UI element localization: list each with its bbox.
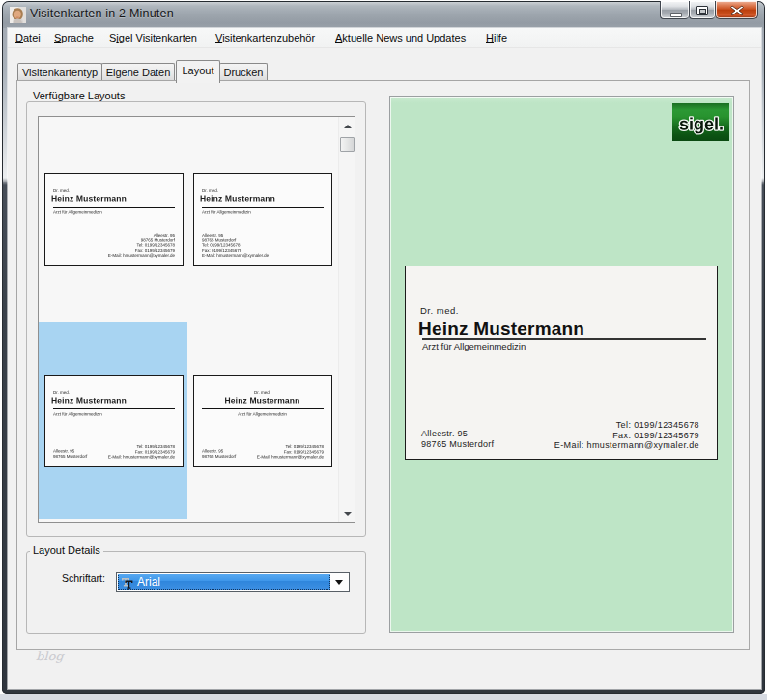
- scrollbar-thumb[interactable]: [340, 137, 355, 152]
- card-address: Alleestr. 95 98765 Musterdorf: [421, 429, 494, 449]
- thumb-name: Heinz Mustermann: [51, 194, 127, 204]
- card-fax: Fax: 0199/12345679: [554, 431, 699, 441]
- desktop-strip: [0, 694, 767, 700]
- dropdown-arrow-icon: [335, 580, 343, 585]
- thumb-contact: Alleestr. 9598765 MusterdorfTel: 0199/12…: [108, 233, 175, 258]
- thumb-title: Dr. med.: [53, 390, 70, 395]
- card-street: Alleestr. 95: [421, 429, 494, 439]
- window-controls: [660, 1, 758, 20]
- layout-option-3[interactable]: Dr. med.Heinz MustermannArzt für Allgeme…: [39, 322, 187, 519]
- close-button[interactable]: [715, 1, 758, 19]
- card-rule: [422, 338, 706, 340]
- tab-drucken[interactable]: Drucken: [219, 63, 268, 80]
- layout-option-2[interactable]: Dr. med.Heinz MustermannArzt für Allgeme…: [187, 126, 336, 322]
- card-email: E-Mail: hmustermann@xymaler.de: [554, 440, 699, 451]
- font-dropdown-button[interactable]: [330, 573, 349, 591]
- thumb-profession: Arzt für Allgemeinmedizin: [53, 210, 102, 215]
- thumb-title: Dr. med.: [202, 188, 218, 193]
- thumb-profession: Arzt für Allgemeinmedizin: [202, 210, 251, 215]
- app-window: Visitenkarten in 2 Minuten DateiSpracheS…: [2, 1, 765, 694]
- scroll-down-icon: [344, 512, 352, 516]
- thumb-contact: Tel: 0199/12345678Fax: 0199/12345679E-Ma…: [108, 444, 175, 460]
- listbox-scrollbar[interactable]: [338, 117, 355, 522]
- thumb-contact: Tel: 0199/12345678Fax: 0199/12345679E-Ma…: [257, 444, 324, 460]
- client-area: DateiSpracheSigel VisitenkartenVisitenka…: [8, 28, 761, 689]
- thumb-rule: [202, 408, 324, 409]
- thumb-name: Heinz Mustermann: [194, 396, 330, 406]
- card-name: Heinz Mustermann: [418, 319, 584, 340]
- scroll-up-icon: [344, 125, 352, 128]
- thumbnail-card-content: Dr. med.Heinz MustermannArzt für Allgeme…: [194, 376, 330, 464]
- sigel-logo-text: [672, 103, 729, 141]
- tab-visitenkartentyp[interactable]: Visitenkartentyp: [17, 63, 102, 80]
- menu-item-hilfe[interactable]: Hilfe: [486, 28, 507, 48]
- menu-bar: DateiSpracheSigel VisitenkartenVisitenka…: [8, 28, 761, 48]
- thumb-address: Alleestr. 9598765 Musterdorf: [53, 449, 87, 460]
- scroll-up-button[interactable]: [339, 117, 355, 133]
- sigel-logo: [672, 103, 729, 141]
- thumb-address: Alleestr. 9598765 Musterdorf: [202, 449, 236, 460]
- minimize-button[interactable]: [660, 1, 689, 19]
- thumb-rule: [53, 207, 175, 208]
- tab-layout[interactable]: Layout: [176, 60, 220, 83]
- card-title: Dr. med.: [420, 305, 459, 316]
- watermark-text: blog: [36, 649, 64, 663]
- layout-option-4[interactable]: Dr. med.Heinz MustermannArzt für Allgeme…: [187, 322, 336, 519]
- thumbnail-card-content: Dr. med.Heinz MustermannArzt für Allgeme…: [45, 174, 182, 263]
- menu-item-sigel[interactable]: Sigel Visitenkarten: [109, 28, 197, 48]
- maximize-icon: [696, 6, 708, 15]
- thumb-rule: [202, 207, 324, 208]
- app-icon: [10, 7, 26, 23]
- card-tel: Tel: 0199/12345678: [554, 420, 699, 431]
- tab-eigene daten[interactable]: Eigene Daten: [101, 63, 175, 80]
- thumb-rule: [53, 408, 175, 409]
- thumb-title: Dr. med.: [53, 188, 70, 193]
- minimize-icon: [670, 13, 682, 17]
- thumb-title: Dr. med.: [194, 390, 330, 395]
- thumb-contact: Alleestr. 9598765 MusterdorfTel: 0199/12…: [202, 233, 269, 258]
- truetype-icon: [121, 576, 133, 589]
- thumb-name: Heinz Mustermann: [51, 396, 127, 406]
- preview-panel: Dr. med. Heinz Mustermann Arzt für Allge…: [389, 96, 734, 633]
- thumb-profession: Arzt für Allgemeinmedizin: [194, 412, 330, 417]
- layout-thumbnail-card: Dr. med.Heinz MustermannArzt für Allgeme…: [44, 375, 184, 467]
- font-combobox-selection: Arial: [118, 574, 330, 590]
- card-profession: Arzt für Allgemeinmedizin: [422, 341, 526, 351]
- desktop-background: Visitenkarten in 2 Minuten DateiSpracheS…: [0, 0, 767, 700]
- thumbnail-card-content: Dr. med.Heinz MustermannArzt für Allgeme…: [45, 376, 182, 464]
- font-value: Arial: [137, 575, 160, 589]
- font-combobox[interactable]: Arial: [116, 572, 350, 592]
- scroll-down-button[interactable]: [339, 506, 355, 522]
- font-label: Schriftart:: [62, 573, 105, 584]
- thumbnail-card-content: Dr. med.Heinz MustermannArzt für Allgeme…: [194, 174, 330, 263]
- menu-item-aktuelle[interactable]: Aktuelle News und Updates: [335, 28, 466, 48]
- close-icon: [730, 5, 744, 16]
- maximize-button[interactable]: [689, 1, 715, 19]
- details-groupbox: [26, 551, 366, 634]
- title-bar[interactable]: Visitenkarten in 2 Minuten: [3, 2, 764, 28]
- menu-item-datei[interactable]: Datei: [15, 28, 41, 48]
- card-contact: Tel: 0199/12345678 Fax: 0199/12345679 E-…: [554, 420, 699, 451]
- business-card-preview: Dr. med. Heinz Mustermann Arzt für Allge…: [405, 266, 718, 460]
- layout-thumbnail-card: Dr. med.Heinz MustermannArzt für Allgeme…: [44, 173, 184, 266]
- layout-thumbnail-card: Dr. med.Heinz MustermannArzt für Allgeme…: [193, 173, 332, 266]
- layout-listbox: Dr. med.Heinz MustermannArzt für Allgeme…: [38, 116, 355, 523]
- menu-item-sprache[interactable]: Sprache: [54, 28, 94, 48]
- card-city: 98765 Musterdorf: [421, 439, 494, 450]
- details-group-title: Layout Details: [30, 545, 103, 556]
- layout-thumbnail-card: Dr. med.Heinz MustermannArzt für Allgeme…: [193, 375, 332, 467]
- layout-option-1[interactable]: Dr. med.Heinz MustermannArzt für Allgeme…: [39, 126, 187, 322]
- menu-item-visitenkartenzubehör[interactable]: Visitenkartenzubehör: [215, 28, 315, 48]
- thumb-profession: Arzt für Allgemeinmedizin: [53, 412, 102, 417]
- layouts-group-title: Verfügbare Layouts: [30, 90, 128, 101]
- window-title: Visitenkarten in 2 Minuten: [30, 7, 174, 20]
- thumb-name: Heinz Mustermann: [200, 194, 275, 204]
